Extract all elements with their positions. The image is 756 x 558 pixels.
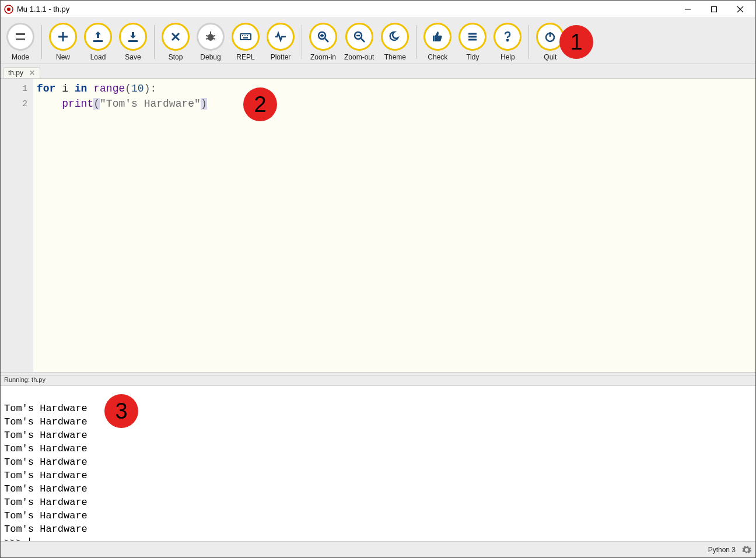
callout-label: 1: [570, 30, 582, 55]
zoom-out-button[interactable]: Zoom-out: [341, 22, 377, 62]
minimize-button[interactable]: [674, 1, 701, 17]
maximize-button[interactable]: [701, 1, 727, 17]
window-title: Mu 1.1.1 - th.py: [17, 5, 69, 13]
toolbar-separator: [154, 25, 155, 59]
close-button[interactable]: [727, 1, 753, 17]
svg-rect-3: [711, 6, 716, 12]
code-token: (: [125, 83, 131, 94]
code-token: [37, 98, 62, 110]
code-token: range: [93, 83, 125, 94]
toolbar-separator: [528, 25, 529, 59]
stop-button[interactable]: Stop: [158, 22, 193, 62]
code-token: ): [201, 98, 207, 110]
code-token: 10: [131, 83, 144, 94]
close-icon[interactable]: ✕: [29, 69, 35, 77]
toolbar-label: Tidy: [466, 53, 479, 61]
code-token: print: [62, 98, 93, 110]
code-token: (: [93, 98, 100, 110]
svg-line-27: [361, 38, 365, 42]
output-header: Running: th.py: [1, 375, 755, 386]
code-token: ): [144, 83, 150, 94]
svg-line-14: [206, 38, 208, 39]
cursor: [29, 538, 30, 541]
download-icon: [119, 23, 147, 51]
x-icon: [162, 23, 190, 51]
file-tab[interactable]: th.py ✕: [3, 67, 40, 79]
wave-icon: [267, 23, 295, 51]
svg-line-23: [325, 38, 328, 42]
toolbar-separator: [302, 25, 302, 59]
toolbar-label: Check: [428, 53, 447, 61]
output-line: Tom's Hardware: [4, 430, 88, 441]
check-button[interactable]: Check: [420, 22, 455, 62]
code-area[interactable]: for i in range(10): print("Tom's Hardwar…: [33, 79, 755, 372]
zoom-in-button[interactable]: Zoom-in: [306, 22, 341, 62]
plus-icon: [49, 23, 77, 51]
svg-line-15: [213, 38, 215, 39]
callout-label: 3: [115, 405, 127, 418]
toolbar-label: Stop: [169, 53, 183, 61]
toolbar-label: Theme: [384, 53, 406, 61]
new-button[interactable]: New: [46, 22, 80, 62]
output-line: Tom's Hardware: [4, 524, 88, 535]
question-icon: [494, 23, 522, 51]
code-token: for: [37, 83, 55, 94]
help-button[interactable]: Help: [490, 22, 525, 62]
code-token: i: [55, 83, 74, 94]
output-line: Tom's Hardware: [4, 457, 88, 468]
svg-point-10: [208, 34, 214, 41]
moon-icon: [381, 23, 409, 51]
toolbar-label: Load: [90, 53, 106, 61]
output-panel[interactable]: Tom's Hardware Tom's Hardware Tom's Hard…: [1, 386, 755, 541]
callout-2: 2: [243, 87, 277, 121]
gear-icon[interactable]: [741, 545, 752, 555]
code-editor[interactable]: 1 2 for i in range(10): print("Tom's Har…: [1, 78, 755, 372]
statusbar: Python 3: [1, 541, 755, 557]
upload-icon: [84, 23, 112, 51]
output-line: Tom's Hardware: [4, 483, 88, 494]
callout-3: 3: [104, 394, 138, 428]
svg-point-32: [507, 40, 508, 41]
line-gutter: 1 2: [1, 79, 33, 372]
load-button[interactable]: Load: [80, 22, 116, 62]
output-line: Tom's Hardware: [4, 497, 88, 508]
lines-icon: [459, 23, 487, 51]
tab-strip: th.py ✕: [1, 64, 755, 78]
output-line: Tom's Hardware: [4, 510, 88, 521]
svg-line-13: [213, 36, 215, 36]
file-tab-label: th.py: [8, 69, 23, 77]
line-number: 2: [1, 96, 27, 111]
svg-rect-16: [240, 34, 251, 40]
toolbar-separator: [41, 25, 42, 59]
toolbar-label: Save: [125, 53, 141, 61]
callout-1: 1: [559, 25, 593, 59]
toolbar-label: Plotter: [271, 53, 291, 61]
tidy-button[interactable]: Tidy: [455, 22, 490, 62]
code-token: [87, 83, 93, 94]
output-line: Tom's Hardware: [4, 416, 88, 427]
callout-label: 2: [254, 92, 266, 117]
code-token: "Tom's Hardware": [100, 98, 201, 110]
toolbar: Mode New Load Save Stop Debug REPL Plott…: [1, 18, 755, 64]
svg-line-12: [206, 36, 208, 36]
titlebar: Mu 1.1.1 - th.py: [1, 1, 755, 18]
output-line: Tom's Hardware: [4, 443, 88, 454]
line-number: 1: [1, 81, 27, 96]
code-token: in: [75, 83, 88, 94]
theme-button[interactable]: Theme: [377, 22, 412, 62]
output-line: Tom's Hardware: [4, 470, 88, 481]
save-button[interactable]: Save: [116, 22, 150, 62]
plotter-button[interactable]: Plotter: [263, 22, 298, 62]
toolbar-label: Zoom-out: [344, 53, 374, 61]
app-icon: [4, 5, 13, 14]
zoom-out-icon: [345, 23, 373, 51]
output-line: Tom's Hardware: [4, 403, 88, 414]
toolbar-label: Quit: [544, 53, 556, 61]
thumb-up-icon: [424, 23, 452, 51]
keyboard-icon: [232, 23, 260, 51]
mode-icon: [6, 23, 34, 51]
bug-icon: [197, 23, 225, 51]
mode-button[interactable]: Mode: [3, 22, 38, 62]
repl-button[interactable]: REPL: [228, 22, 263, 62]
debug-button[interactable]: Debug: [193, 22, 228, 62]
